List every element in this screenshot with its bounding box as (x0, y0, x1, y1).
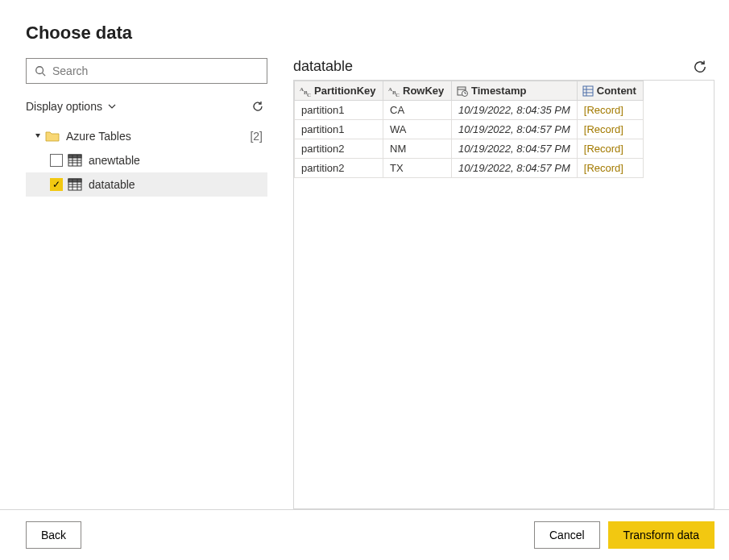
tree-folder-label: Azure Tables (66, 130, 131, 143)
search-input[interactable] (52, 64, 259, 77)
cell-partitionkey: partition1 (295, 120, 383, 139)
tree-folder-count: [2] (250, 130, 263, 143)
cell-rowkey: WA (383, 120, 452, 139)
svg-rect-26 (583, 86, 593, 96)
tree-item-label: anewtable (89, 154, 140, 167)
page-title: Choose data (26, 23, 703, 44)
cancel-button[interactable]: Cancel (534, 521, 600, 549)
table-icon (68, 178, 82, 191)
preview-pane: datatable ABC Parti (293, 58, 715, 509)
refresh-tree-button[interactable] (251, 100, 264, 113)
cell-rowkey: CA (383, 101, 452, 120)
svg-marker-2 (35, 134, 40, 138)
table-icon (68, 154, 82, 167)
cell-rowkey: TX (383, 159, 452, 178)
caret-down-icon (34, 132, 42, 140)
cell-timestamp: 10/19/2022, 8:04:35 PM (452, 101, 578, 120)
cell-partitionkey: partition1 (295, 101, 383, 120)
checkbox-datatable[interactable] (50, 178, 63, 191)
search-input-wrap[interactable] (26, 58, 267, 84)
transform-data-button[interactable]: Transform data (608, 521, 715, 549)
table-row[interactable]: partition2TX10/19/2022, 8:04:57 PM[Recor… (295, 159, 644, 178)
table-row[interactable]: partition1CA10/19/2022, 8:04:35 PM[Recor… (295, 101, 644, 120)
svg-text:C: C (307, 92, 311, 97)
svg-rect-10 (68, 179, 81, 182)
datetime-type-icon (457, 85, 468, 97)
column-header-partitionkey[interactable]: ABC PartitionKey (295, 81, 383, 101)
table-row[interactable]: partition2NM10/19/2022, 8:04:57 PM[Recor… (295, 139, 644, 159)
cell-partitionkey: partition2 (295, 159, 383, 178)
checkbox-anewtable[interactable] (50, 154, 63, 167)
search-icon (35, 65, 46, 77)
display-options-label: Display options (26, 100, 102, 113)
folder-icon (45, 130, 60, 143)
preview-title: datatable (293, 58, 353, 75)
tree-item-anewtable[interactable]: anewtable (26, 148, 267, 172)
svg-rect-4 (68, 155, 81, 158)
cell-rowkey: NM (383, 139, 452, 159)
table-row[interactable]: partition1WA10/19/2022, 8:04:57 PM[Recor… (295, 120, 644, 139)
column-header-timestamp[interactable]: Timestamp (452, 81, 578, 101)
cell-timestamp: 10/19/2022, 8:04:57 PM (452, 159, 578, 178)
text-type-icon: ABC (300, 85, 311, 97)
tree-item-label: datatable (89, 178, 135, 191)
svg-text:C: C (396, 92, 400, 97)
cell-content[interactable]: [Record] (577, 101, 643, 120)
svg-point-0 (36, 67, 43, 74)
preview-grid-container[interactable]: ABC PartitionKey ABC RowKey (293, 80, 715, 509)
cell-content[interactable]: [Record] (577, 159, 643, 178)
tree-item-datatable[interactable]: datatable (26, 172, 267, 197)
sidebar: Display options (26, 58, 267, 509)
refresh-icon (251, 100, 264, 113)
cell-content[interactable]: [Record] (577, 120, 643, 139)
svg-line-1 (43, 73, 46, 77)
cell-partitionkey: partition2 (295, 139, 383, 159)
tree-folder-azure-tables[interactable]: Azure Tables [2] (26, 124, 267, 148)
chevron-down-icon (107, 102, 117, 111)
footer: Back Cancel Transform data (0, 509, 729, 560)
refresh-icon (692, 59, 708, 75)
column-header-rowkey[interactable]: ABC RowKey (383, 81, 452, 101)
cell-content[interactable]: [Record] (577, 139, 643, 159)
cell-timestamp: 10/19/2022, 8:04:57 PM (452, 139, 578, 159)
column-header-content[interactable]: Content (577, 81, 643, 101)
text-type-icon: ABC (388, 85, 400, 97)
refresh-preview-button[interactable] (692, 59, 708, 75)
cell-timestamp: 10/19/2022, 8:04:57 PM (452, 120, 578, 139)
back-button[interactable]: Back (26, 521, 81, 549)
record-type-icon (582, 85, 594, 97)
display-options-button[interactable]: Display options (26, 100, 117, 113)
navigator-tree: Azure Tables [2] anewtable (26, 124, 267, 197)
preview-grid: ABC PartitionKey ABC RowKey (294, 81, 644, 178)
